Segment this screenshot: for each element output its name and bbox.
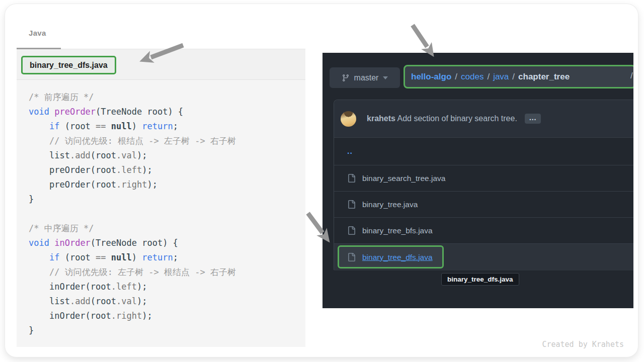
code-line: if (root == null) return; — [29, 119, 305, 134]
code-line: list.add(root.val); — [29, 294, 305, 309]
breadcrumb-segment-codes[interactable]: codes — [461, 72, 484, 81]
file-row-binary_tree_bfs.java[interactable]: binary_tree_bfs.java — [334, 217, 633, 243]
file-icon — [347, 253, 356, 261]
file-link[interactable]: binary_tree_dfs.java — [362, 253, 433, 262]
branch-name: master — [354, 73, 379, 82]
file-icon — [347, 226, 356, 235]
code-block: binary_tree_dfs.java /* 前序遍历 */void preO… — [17, 49, 305, 347]
file-link[interactable]: binary_search_tree.java — [362, 174, 445, 183]
avatar[interactable] — [341, 111, 356, 127]
file-link[interactable]: binary_tree_bfs.java — [362, 226, 433, 235]
figure-card: Java binary_tree_dfs.java /* 前序遍历 */void… — [5, 4, 638, 357]
credit-text: Created by Krahets — [542, 340, 624, 349]
code-body: /* 前序遍历 */void preOrder(TreeNode root) {… — [17, 80, 305, 338]
code-line: void preOrder(TreeNode root) { — [29, 105, 305, 119]
commit-author-link[interactable]: krahets — [367, 114, 395, 123]
code-file-title: binary_tree_dfs.java — [30, 61, 108, 70]
file-row-binary_tree.java[interactable]: binary_tree.java — [334, 191, 633, 217]
code-listing: /* 前序遍历 */void preOrder(TreeNode root) {… — [29, 90, 305, 338]
commit-ellipsis-button[interactable]: … — [525, 114, 541, 124]
parent-directory-row[interactable]: .. — [334, 137, 633, 165]
filename-tooltip: binary_tree_dfs.java — [441, 273, 519, 286]
breadcrumb-trailing-slash: / — [630, 71, 633, 81]
breadcrumb-segment-java[interactable]: java — [493, 72, 509, 81]
commit-message-link[interactable]: Add section of binary search tree. — [397, 114, 517, 123]
tab-java[interactable]: Java — [29, 29, 46, 37]
branch-selector-button[interactable]: master — [330, 67, 400, 88]
breadcrumb: hello-algo/codes/java/chapter_tree — [411, 72, 570, 82]
breadcrumb-annotation-box: hello-algo/codes/java/chapter_tree — [404, 65, 633, 88]
code-line: void inOrder(TreeNode root) { — [29, 236, 305, 250]
breadcrumb-segment-hello-algo[interactable]: hello-algo — [411, 72, 451, 81]
code-line: /* 前序遍历 */ — [29, 90, 305, 105]
github-file-browser: master hello-algo/codes/java/chapter_tre… — [323, 53, 633, 308]
breadcrumb-separator: / — [455, 72, 457, 81]
code-line: } — [29, 192, 305, 207]
code-line: preOrder(root.left); — [29, 163, 305, 177]
file-row-binary_tree_dfs.java[interactable]: binary_tree_dfs.java — [334, 243, 633, 270]
code-line: preOrder(root.right); — [29, 177, 305, 192]
breadcrumb-separator: / — [487, 72, 490, 81]
file-link[interactable]: binary_tree.java — [362, 200, 418, 209]
file-title-annotation-box: binary_tree_dfs.java — [21, 56, 116, 74]
code-line: // 访问优先级: 根结点 -> 左子树 -> 右子树 — [29, 134, 305, 148]
tab-active-indicator — [17, 48, 61, 49]
code-line: /* 中序遍历 */ — [29, 221, 305, 236]
code-title-bar: binary_tree_dfs.java — [17, 49, 305, 80]
code-line: if (root == null) return; — [29, 250, 305, 265]
file-icon — [347, 174, 356, 183]
code-line — [29, 207, 305, 221]
breadcrumb-separator: / — [512, 72, 515, 81]
code-line: inOrder(root.right); — [29, 309, 305, 323]
file-table-card: krahets Add section of binary search tre… — [334, 100, 633, 270]
file-row-binary_search_tree.java[interactable]: binary_search_tree.java — [334, 165, 633, 191]
chevron-down-icon — [383, 76, 388, 79]
file-list: .. binary_search_tree.java binary_tree.j… — [334, 137, 633, 270]
file-icon — [347, 200, 356, 209]
code-line: // 访问优先级: 左子树 -> 根结点 -> 右子树 — [29, 265, 305, 280]
parent-directory-link[interactable]: .. — [347, 149, 353, 154]
code-line: } — [29, 323, 305, 338]
code-line: inOrder(root.left); — [29, 280, 305, 294]
git-branch-icon — [342, 74, 350, 82]
breadcrumb-segment-chapter_tree: chapter_tree — [518, 72, 570, 81]
latest-commit-bar: krahets Add section of binary search tre… — [334, 100, 633, 137]
code-line: list.add(root.val); — [29, 148, 305, 163]
